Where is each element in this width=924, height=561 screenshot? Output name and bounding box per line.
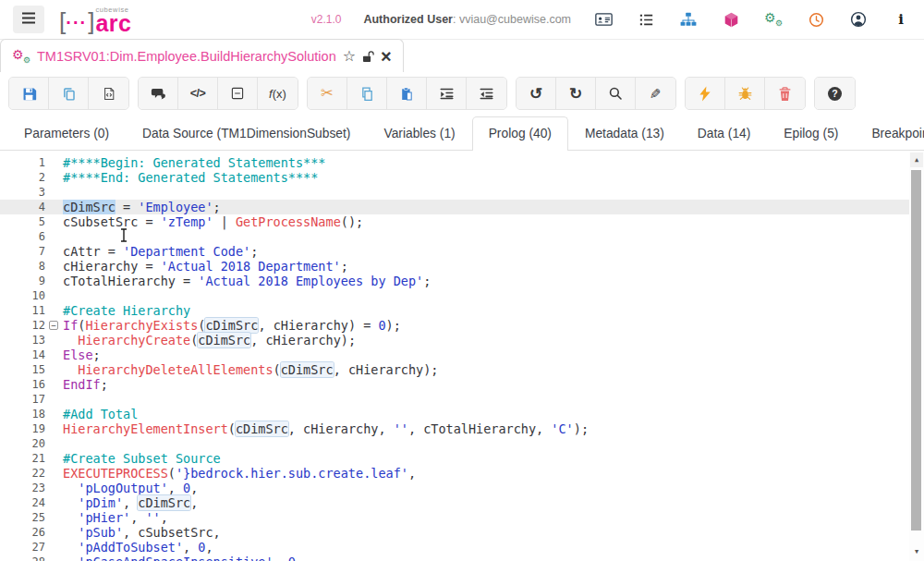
line-number[interactable]: 14 <box>0 348 48 362</box>
run-button[interactable] <box>686 78 725 109</box>
tab-data-source-tm1dimensionsubset[interactable]: Data Source (TM1DimensionSubset) <box>126 116 367 151</box>
line-number[interactable]: 21 <box>0 451 48 466</box>
close-tab-icon[interactable]: × <box>381 49 392 64</box>
code-line[interactable]: 2#****End: Generated Statements**** <box>0 170 924 185</box>
line-number[interactable]: 17 <box>0 392 48 407</box>
scrollbar-thumb[interactable] <box>911 170 921 531</box>
clock-icon[interactable] <box>806 10 826 29</box>
scrollbar-up-arrow[interactable]: ▲ <box>910 152 923 167</box>
unlock-icon[interactable] <box>361 50 375 63</box>
hamburger-menu-button[interactable] <box>13 6 44 33</box>
line-number[interactable]: 2 <box>0 170 48 185</box>
line-number[interactable]: 28 <box>0 555 48 561</box>
line-number[interactable]: 19 <box>0 421 48 436</box>
info-icon[interactable]: i <box>891 10 911 29</box>
tab-breakpoints[interactable]: Breakpoints <box>855 116 924 151</box>
line-number[interactable]: 26 <box>0 525 48 540</box>
code-line[interactable]: 10 <box>0 288 924 303</box>
code-line[interactable]: 15 HierarchyDeleteAllElements(cDimSrc, c… <box>0 362 924 377</box>
code-line[interactable]: 18#Add Total <box>0 407 924 421</box>
delete-button[interactable] <box>765 78 805 109</box>
tab-prolog-40[interactable]: Prolog (40) <box>472 116 568 151</box>
line-number[interactable]: 20 <box>0 436 48 451</box>
line-number[interactable]: 1 <box>0 155 48 170</box>
code-line[interactable]: 3 <box>0 185 924 200</box>
scrollbar-down-arrow[interactable]: ▼ <box>910 545 923 558</box>
edit-button[interactable]: ✎ <box>636 78 675 109</box>
tab-epilog-5[interactable]: Epilog (5) <box>767 116 855 151</box>
line-number[interactable]: 8 <box>0 259 48 274</box>
line-number[interactable]: 18 <box>0 407 48 421</box>
markup-button[interactable]: </> <box>178 78 218 109</box>
code-line[interactable]: 1#****Begin: Generated Statements*** <box>0 155 924 170</box>
line-number[interactable]: 13 <box>0 333 48 348</box>
search-button[interactable] <box>596 78 636 109</box>
line-number[interactable]: 6 <box>0 229 48 244</box>
fold-marker[interactable]: − <box>49 321 58 330</box>
code-line[interactable]: 4cDimSrc = 'Employee'; <box>0 200 924 214</box>
code-line[interactable]: 13 HierarchyCreate(cDimSrc, cHierarchy); <box>0 333 924 348</box>
line-number[interactable]: 7 <box>0 244 48 259</box>
code-line[interactable]: 14Else; <box>0 348 924 362</box>
code-line[interactable]: 8cHierarchy = 'Actual 2018 Department'; <box>0 259 924 274</box>
list-icon[interactable] <box>636 10 656 29</box>
line-number[interactable]: 25 <box>0 510 48 525</box>
tab-data-14[interactable]: Data (14) <box>681 116 768 151</box>
document-tab[interactable]: ⚙ ⚙ TM1SRV01:Dim.Employee.BuildHierarchy… <box>0 39 404 72</box>
brand-logo[interactable]: [ ··· ] cubewise arc <box>59 6 132 32</box>
code-line[interactable]: 19HierarchyElementInsert(cDimSrc, cHiera… <box>0 421 924 436</box>
tab-parameters-0[interactable]: Parameters (0) <box>7 116 126 151</box>
line-number[interactable]: 12 <box>0 318 48 333</box>
code-editor[interactable]: 1#****Begin: Generated Statements***2#**… <box>0 151 924 561</box>
indent-button[interactable] <box>427 78 467 109</box>
copy-button[interactable] <box>49 78 89 109</box>
code-line[interactable]: 9cTotalHierarchy = 'Actual 2018 Employee… <box>0 274 924 288</box>
function-button[interactable]: f(x) <box>258 78 298 109</box>
line-number[interactable]: 15 <box>0 362 48 377</box>
tab-variables-1[interactable]: Variables (1) <box>367 116 471 151</box>
line-number[interactable]: 16 <box>0 377 48 392</box>
line-number[interactable]: 3 <box>0 185 48 200</box>
cube-icon[interactable] <box>721 10 741 29</box>
line-number[interactable]: 23 <box>0 481 48 495</box>
undo-button[interactable]: ↺ <box>517 78 556 109</box>
line-number[interactable]: 9 <box>0 274 48 288</box>
line-number[interactable]: 22 <box>0 466 48 481</box>
code-line[interactable]: 17 <box>0 392 924 407</box>
debug-button[interactable] <box>725 78 765 109</box>
line-number[interactable]: 4 <box>0 200 48 214</box>
save-button[interactable] <box>9 78 49 109</box>
outdent-button[interactable] <box>467 78 506 109</box>
sitemap-icon[interactable] <box>678 10 699 29</box>
collapse-button[interactable] <box>218 78 258 109</box>
tab-metadata-13[interactable]: Metadata (13) <box>568 116 681 151</box>
redo-button[interactable]: ↻ <box>556 78 596 109</box>
line-number[interactable]: 24 <box>0 495 48 510</box>
line-number[interactable]: 5 <box>0 214 48 229</box>
code-line[interactable]: 5cSubsetSrc = 'zTemp' | GetProcessName()… <box>0 214 924 229</box>
paste-button[interactable] <box>387 78 427 109</box>
help-button[interactable]: ? <box>815 78 855 109</box>
code-line[interactable]: 24 'pDim', cDimSrc, <box>0 495 924 510</box>
code-line[interactable]: 21#Create Subset Source <box>0 451 924 466</box>
vertical-scrollbar[interactable]: ▲ ▼ <box>909 151 924 561</box>
code-line[interactable]: 20 <box>0 436 924 451</box>
code-line[interactable]: 16EndIf; <box>0 377 924 392</box>
code-line[interactable]: 6 <box>0 229 924 244</box>
gears-icon[interactable]: ⚙⚙ <box>763 10 784 29</box>
code-line[interactable]: 26 'pSub', cSubsetSrc, <box>0 525 924 540</box>
duplicate-button[interactable] <box>347 78 387 109</box>
code-line[interactable]: 23 'pLogOutput', 0, <box>0 481 924 495</box>
id-card-icon[interactable] <box>593 10 614 29</box>
code-line[interactable]: 7cAttr = 'Department Code'; <box>0 244 924 259</box>
code-line[interactable]: 27 'pAddToSubset', 0, <box>0 540 924 555</box>
code-line[interactable]: 11#Create Hierarchy <box>0 303 924 318</box>
line-number[interactable]: 11 <box>0 303 48 318</box>
line-number[interactable]: 10 <box>0 288 48 303</box>
code-line[interactable]: 22EXECUTEPROCESS('}bedrock.hier.sub.crea… <box>0 466 924 481</box>
file-code-button[interactable] <box>89 78 128 109</box>
code-line[interactable]: 12If(HierarchyExists(cDimSrc, cHierarchy… <box>0 318 924 333</box>
cut-button[interactable]: ✂ <box>308 78 347 109</box>
code-line[interactable]: 25 'pHier', '', <box>0 510 924 525</box>
comment-button[interactable] <box>139 78 178 109</box>
